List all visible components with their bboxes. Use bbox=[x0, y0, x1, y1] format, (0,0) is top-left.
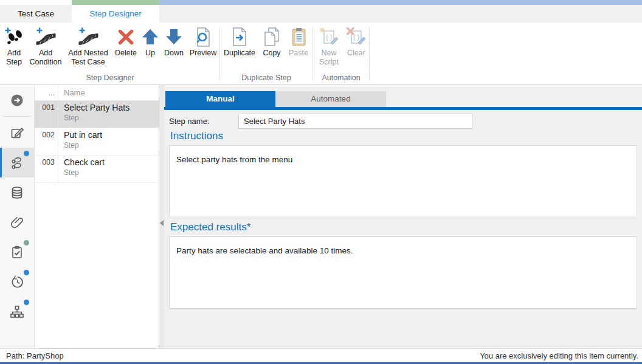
add-step-icon bbox=[4, 26, 24, 49]
sidebar-item-data[interactable] bbox=[0, 177, 34, 207]
column-header-number: ... bbox=[35, 85, 58, 100]
add-condition-button[interactable]: Add Condition bbox=[27, 22, 64, 67]
editing-notice: You are exclusively editing this item cu… bbox=[480, 351, 638, 360]
move-up-button[interactable]: Up bbox=[140, 22, 160, 58]
ribbon-group-duplicate-step: Duplicate Copy bbox=[221, 22, 312, 84]
navigate-circle-icon bbox=[10, 93, 24, 108]
steps-list-panel: ... Name 001 Select Party Hats Step 002 … bbox=[35, 85, 159, 348]
add-condition-icon bbox=[35, 26, 56, 49]
status-bar: Path: PartyShop You are exclusively edit… bbox=[0, 348, 642, 362]
top-strip-left bbox=[0, 0, 72, 5]
paste-button[interactable]: Paste bbox=[285, 22, 312, 58]
sidebar-item-edit[interactable] bbox=[0, 118, 34, 148]
data-icon bbox=[10, 185, 24, 200]
hierarchy-icon bbox=[10, 304, 24, 319]
step-number: 003 bbox=[35, 156, 58, 182]
preview-button[interactable]: Preview bbox=[187, 22, 219, 58]
delete-icon bbox=[116, 26, 136, 49]
step-row-002[interactable]: 002 Put in cart Step bbox=[35, 128, 159, 156]
down-arrow-icon bbox=[164, 26, 184, 49]
copy-button[interactable]: Copy bbox=[258, 22, 285, 58]
path-label: Path: PartyShop bbox=[6, 351, 64, 360]
clear-icon: { } bbox=[346, 26, 367, 49]
instructions-textbox[interactable]: Select party hats from the menu bbox=[169, 145, 637, 216]
sidebar-divider bbox=[4, 116, 30, 117]
step-type: Step bbox=[64, 114, 129, 122]
step-editor-panel: Manual Automated Step name: Instructions… bbox=[164, 85, 642, 348]
clear-script-button[interactable]: { } Clear bbox=[344, 22, 368, 58]
add-nested-test-case-icon bbox=[78, 26, 98, 49]
tab-automated[interactable]: Automated bbox=[275, 91, 386, 107]
panel-splitter[interactable] bbox=[159, 85, 164, 348]
paste-icon bbox=[289, 26, 308, 49]
up-arrow-icon bbox=[140, 26, 160, 49]
instructions-heading: Instructions bbox=[170, 130, 223, 142]
collapse-panel-arrow-icon[interactable] bbox=[160, 220, 164, 226]
steps-icon bbox=[9, 155, 25, 171]
sidebar-item-steps[interactable] bbox=[0, 148, 34, 177]
tab-manual[interactable]: Manual bbox=[165, 91, 275, 107]
duplicate-icon bbox=[230, 26, 249, 49]
step-name: Select Party Hats bbox=[64, 103, 129, 112]
new-script-button[interactable]: { } New Script bbox=[314, 22, 344, 67]
ribbon-group-separator bbox=[312, 27, 313, 81]
ribbon-group-label: Step Designer bbox=[1, 74, 219, 84]
expected-results-textbox[interactable]: Party hats are selectable and available … bbox=[169, 236, 637, 309]
ribbon: Add Step Add Condition bbox=[0, 22, 642, 85]
ribbon-group-separator bbox=[219, 27, 220, 81]
duplicate-button[interactable]: Duplicate bbox=[221, 22, 258, 58]
step-number: 002 bbox=[35, 128, 58, 155]
step-type: Step bbox=[64, 168, 105, 177]
sidebar-item-navigate[interactable] bbox=[0, 85, 34, 115]
checklist-badge-dot bbox=[24, 240, 29, 246]
tab-test-case[interactable]: Test Case bbox=[0, 5, 72, 22]
hierarchy-badge-dot bbox=[24, 300, 29, 305]
sidebar-item-attachments[interactable] bbox=[0, 207, 34, 237]
step-row-003[interactable]: 003 Check cart Step bbox=[35, 156, 159, 183]
active-tab-underline bbox=[164, 107, 642, 110]
step-name-label: Step name: bbox=[169, 117, 210, 126]
checklist-icon bbox=[10, 245, 24, 259]
sidebar-item-hierarchy[interactable] bbox=[0, 297, 34, 326]
svg-text:{ }: { } bbox=[326, 33, 333, 41]
add-step-button[interactable]: Add Step bbox=[1, 22, 27, 67]
tab-step-designer[interactable]: Step Designer bbox=[72, 5, 159, 22]
edit-icon bbox=[10, 126, 24, 140]
ribbon-group-label: Duplicate Step bbox=[221, 74, 312, 84]
top-strip-active-tab bbox=[72, 0, 159, 5]
step-number: 001 bbox=[35, 101, 58, 128]
column-header-name: Name bbox=[58, 85, 85, 100]
delete-step-button[interactable]: Delete bbox=[112, 22, 140, 58]
sidebar-item-history[interactable] bbox=[0, 267, 34, 297]
test-case-editor-window: Test Case Step Designer bbox=[0, 0, 642, 364]
copy-icon bbox=[262, 26, 281, 49]
svg-text:{ }: { } bbox=[353, 33, 360, 41]
step-name-input[interactable] bbox=[238, 114, 472, 129]
history-icon bbox=[10, 275, 24, 289]
step-row-001[interactable]: 001 Select Party Hats Step bbox=[35, 101, 159, 128]
add-nested-test-case-button[interactable]: Add Nested Test Case bbox=[64, 22, 112, 67]
step-name: Put in cart bbox=[64, 130, 102, 140]
ribbon-group-label: Automation bbox=[314, 74, 368, 84]
ribbon-group-automation: { } New Script { } bbox=[314, 22, 368, 84]
left-sidebar bbox=[0, 85, 35, 348]
ribbon-group-separator bbox=[369, 27, 370, 81]
steps-list-header: ... Name bbox=[35, 85, 159, 101]
attachments-icon bbox=[10, 215, 24, 230]
preview-icon bbox=[193, 26, 213, 49]
steps-badge-dot bbox=[24, 151, 29, 156]
sidebar-item-checklist[interactable] bbox=[0, 237, 34, 267]
step-type: Step bbox=[64, 141, 102, 149]
top-strip-right bbox=[159, 0, 642, 5]
expected-results-heading: Expected results* bbox=[170, 221, 250, 233]
ribbon-group-step-designer: Add Step Add Condition bbox=[1, 22, 219, 84]
move-down-button[interactable]: Down bbox=[160, 22, 187, 58]
step-name: Check cart bbox=[64, 157, 105, 167]
history-badge-dot bbox=[24, 270, 29, 275]
ribbon-tab-row: Test Case Step Designer bbox=[0, 5, 642, 22]
new-script-icon: { } bbox=[319, 26, 339, 49]
